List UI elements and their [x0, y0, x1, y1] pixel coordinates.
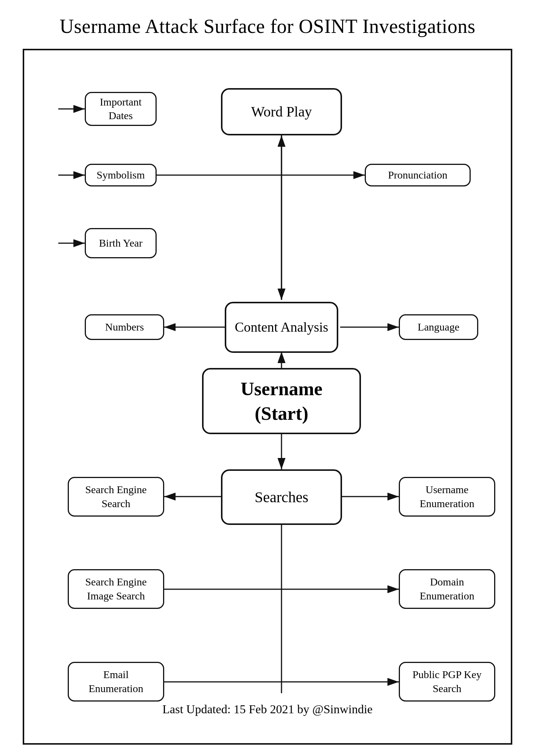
username-enumeration-node: Username Enumeration — [399, 477, 495, 517]
diagram: Language --> — [47, 69, 488, 693]
svg-line-6 — [157, 175, 225, 326]
page-title: Username Attack Surface for OSINT Invest… — [60, 15, 476, 37]
public-pgp-node: Public PGP Key Search — [399, 662, 495, 702]
footer-text: Last Updated: 15 Feb 2021 by @Sinwindie — [47, 702, 488, 716]
pronunciation-node: Pronunciation — [365, 164, 471, 186]
search-engine-search-node: Search Engine Search — [68, 477, 164, 517]
language-node: Language — [399, 314, 478, 340]
numbers-node: Numbers — [85, 314, 164, 340]
diagram-container: Language --> — [23, 49, 512, 745]
username-node: Username (Start) — [202, 368, 361, 434]
birth-year-node: Birth Year — [85, 228, 157, 258]
email-enumeration-node: Email Enumeration — [68, 662, 164, 702]
word-play-node: Word Play — [221, 88, 342, 135]
search-engine-image-node: Search Engine Image Search — [68, 569, 164, 609]
symbolism-node: Symbolism — [85, 164, 157, 186]
content-analysis-node: Content Analysis — [225, 302, 338, 353]
domain-enumeration-node: Domain Enumeration — [399, 569, 495, 609]
important-dates-node: Important Dates — [85, 92, 157, 126]
searches-node: Searches — [221, 469, 342, 525]
